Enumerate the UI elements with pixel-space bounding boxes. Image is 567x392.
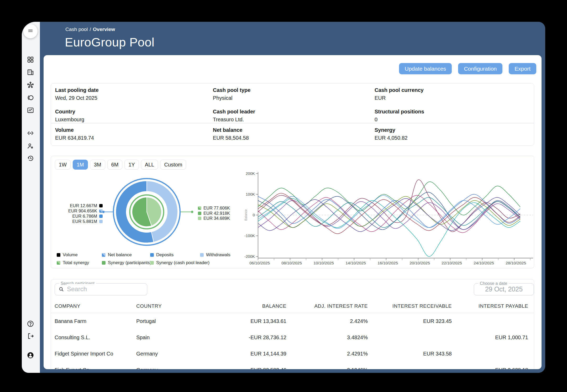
synergy-participants-swatch bbox=[198, 212, 201, 215]
update-balances-button[interactable]: Update balances bbox=[399, 63, 452, 74]
help-icon[interactable] bbox=[26, 320, 35, 328]
donut-label-volume: EUR 12.667M bbox=[54, 203, 103, 208]
balance-line-chart: 200K100K0-100K-200KBalance06/10/202508/1… bbox=[244, 168, 534, 267]
pool-info-box: Last pooling date Wed, 29 Oct 2025 Cash … bbox=[51, 83, 534, 146]
legend-text: Net balance bbox=[108, 252, 132, 258]
swatch bbox=[150, 253, 154, 257]
divider bbox=[51, 123, 534, 123]
toolbar: Update balances Configuration Export bbox=[399, 63, 536, 74]
swatch bbox=[150, 261, 154, 265]
info-label: Cash pool leader bbox=[213, 109, 255, 115]
swatch bbox=[57, 253, 60, 257]
time-range-3m[interactable]: 3M bbox=[90, 160, 105, 170]
time-range-group: 1W 1M 3M 6M 1Y ALL Custom bbox=[55, 160, 186, 170]
info-label: Structural positions bbox=[375, 109, 424, 115]
cell-rate: 2.424% bbox=[350, 313, 368, 329]
legend-text: Synergy (cash pool leader) bbox=[156, 260, 209, 265]
menu-button[interactable] bbox=[23, 24, 38, 38]
label-text: EUR 77.606K bbox=[203, 206, 230, 211]
cell-balance: EUR 14,144.39 bbox=[250, 346, 286, 362]
info-value: Wed, 29 Oct 2025 bbox=[55, 95, 97, 101]
pooling-structure-icon[interactable] bbox=[26, 81, 35, 89]
reports-icon[interactable] bbox=[26, 106, 35, 114]
time-range-custom[interactable]: Custom bbox=[160, 160, 186, 170]
cell-country: Germany bbox=[136, 362, 158, 369]
svg-text:06/10/2025: 06/10/2025 bbox=[249, 261, 270, 265]
legend-synergy-leader: Synergy (cash pool leader) bbox=[150, 260, 209, 265]
donut-label-total-synergy: EUR 77.606K bbox=[198, 205, 230, 211]
user-settings-icon[interactable] bbox=[26, 142, 35, 150]
cell-balance: EUR 13,343.61 bbox=[250, 313, 286, 329]
cell-company: Consulting S.L. bbox=[55, 329, 90, 346]
info-label: Cash pool currency bbox=[375, 87, 424, 93]
info-value: EUR 634,819.74 bbox=[55, 135, 94, 141]
label-text: EUR 5.881M bbox=[72, 219, 97, 224]
label-text: EUR 42.918K bbox=[203, 211, 230, 216]
col-payable-header: INTEREST PAYABLE bbox=[479, 300, 528, 312]
logout-icon[interactable] bbox=[26, 332, 35, 340]
legend-text: Deposits bbox=[156, 252, 174, 258]
table-header: COMPANY COUNTRY BALANCE ADJ. INTEREST RA… bbox=[51, 300, 534, 312]
time-range-all[interactable]: ALL bbox=[141, 160, 158, 170]
configuration-button[interactable]: Configuration bbox=[458, 63, 502, 74]
label-text: EUR 904.656K bbox=[68, 208, 97, 213]
search-input[interactable] bbox=[66, 284, 144, 294]
date-picker-field[interactable]: Choose a date 29 Oct, 2025 bbox=[474, 283, 534, 295]
legend-withdrawals: Withdrawals bbox=[200, 252, 230, 258]
charts-panel: 1W 1M 3M 6M 1Y ALL Custom EUR 12.667M EU… bbox=[51, 156, 534, 268]
info-label: Synergy bbox=[375, 127, 395, 133]
donut-label-deposits: EUR 6.786M bbox=[54, 213, 103, 219]
legend-volume: Volume bbox=[57, 252, 78, 258]
svg-text:100K: 100K bbox=[246, 192, 255, 196]
svg-text:200K: 200K bbox=[246, 171, 255, 176]
table-row[interactable]: Fidget Spinner Import Co Germany EUR 14,… bbox=[51, 346, 534, 362]
swatch bbox=[57, 261, 60, 265]
time-range-1y[interactable]: 1Y bbox=[124, 160, 139, 170]
legend-text: Total synergy bbox=[63, 260, 89, 265]
breadcrumb-separator: / bbox=[90, 27, 91, 32]
info-value: EUR 58,504.58 bbox=[213, 135, 249, 141]
info-value: EUR bbox=[375, 95, 386, 101]
info-label: Volume bbox=[55, 127, 74, 133]
svg-text:22/10/2025: 22/10/2025 bbox=[442, 261, 462, 265]
col-country-header: COUNTRY bbox=[136, 300, 162, 312]
cell-country: Germany bbox=[136, 346, 158, 362]
svg-text:10/10/2025: 10/10/2025 bbox=[313, 261, 334, 265]
companies-icon[interactable] bbox=[26, 68, 35, 76]
time-range-6m[interactable]: 6M bbox=[107, 160, 123, 170]
breadcrumb-parent[interactable]: Cash pool bbox=[65, 27, 88, 32]
info-label: Cash pool type bbox=[213, 87, 250, 93]
cell-country: Spain bbox=[136, 329, 150, 346]
total-synergy-swatch bbox=[198, 206, 201, 210]
hamburger-icon bbox=[28, 28, 33, 35]
cash-pools-icon[interactable] bbox=[26, 93, 35, 102]
info-value: 0 bbox=[375, 117, 377, 123]
sidebar bbox=[22, 22, 40, 373]
time-range-1w[interactable]: 1W bbox=[55, 160, 71, 170]
time-range-1m[interactable]: 1M bbox=[73, 160, 88, 170]
table-row[interactable]: Consulting S.L. Spain -EUR 28,736.12 3.4… bbox=[51, 329, 534, 346]
dashboard-icon[interactable] bbox=[26, 55, 35, 64]
table-row[interactable]: Banana Farm Portugal EUR 13,343.61 2.424… bbox=[51, 313, 534, 329]
info-value: Luxembourg bbox=[55, 117, 84, 123]
participants-panel: Search participant Choose a date 29 Oct,… bbox=[51, 279, 534, 369]
svg-text:20/10/2025: 20/10/2025 bbox=[410, 261, 430, 265]
info-value: EUR 4,050.82 bbox=[375, 135, 408, 141]
history-icon[interactable] bbox=[26, 154, 35, 163]
info-label: Net balance bbox=[213, 127, 242, 133]
cell-company: Fish Export Co bbox=[55, 362, 89, 369]
cell-country: Portugal bbox=[136, 313, 156, 329]
account-icon[interactable] bbox=[26, 351, 35, 359]
breadcrumb-current: Overview bbox=[93, 27, 115, 32]
cell-balance: -EUR 28,736.12 bbox=[249, 329, 286, 346]
table-row[interactable]: Fish Export Co Germany -EUR 82,582.46 3.… bbox=[51, 362, 534, 369]
page-title: EuroGroup Pool bbox=[65, 35, 154, 49]
export-button[interactable]: Export bbox=[509, 63, 536, 74]
svg-text:-100K: -100K bbox=[244, 233, 255, 238]
transfers-icon[interactable] bbox=[26, 129, 35, 137]
swatch bbox=[102, 253, 106, 257]
cell-receivable: EUR 343.58 bbox=[423, 346, 452, 362]
svg-text:16/10/2025: 16/10/2025 bbox=[377, 261, 398, 265]
cell-receivable: EUR 323.45 bbox=[423, 313, 452, 329]
svg-text:-200K: -200K bbox=[244, 254, 255, 259]
